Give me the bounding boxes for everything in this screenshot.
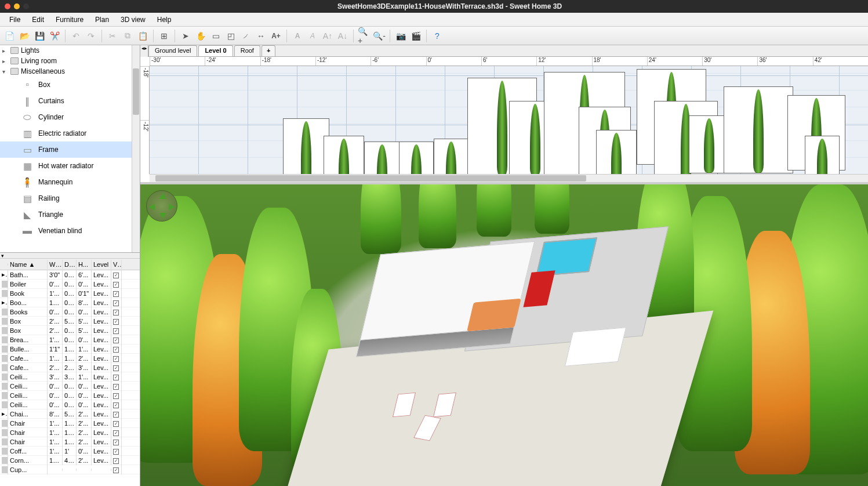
pan-tool-icon[interactable]: ✋	[194, 29, 208, 43]
furniture-row[interactable]: Boiler0'...0'...0'...Lev...✓	[0, 280, 140, 289]
col-name[interactable]: Name ▲	[8, 260, 48, 269]
plan-tree-object[interactable]	[399, 142, 434, 174]
plan-tree-object[interactable]	[724, 86, 793, 173]
catalog-item-railing[interactable]: ▤Railing	[0, 190, 140, 206]
furniture-row[interactable]: Books0'...0'...0'...Lev...✓	[0, 307, 140, 317]
undo-icon[interactable]: ↶	[69, 29, 83, 43]
catalog-item-triangle[interactable]: ◣Triangle	[0, 206, 140, 223]
furniture-row[interactable]: ▸Boo...13...0'...8'...Lev...✓	[0, 298, 140, 307]
nav-left-icon[interactable]	[149, 204, 155, 211]
plan-canvas[interactable]	[150, 66, 868, 174]
col-width[interactable]: Wi...	[48, 260, 63, 269]
create-walls-icon[interactable]: ▭	[209, 29, 223, 43]
menu-3dview[interactable]: 3D view	[115, 16, 151, 24]
nav-right-icon[interactable]	[169, 204, 175, 211]
text-bold-icon[interactable]: A	[290, 29, 304, 43]
visibility-checkbox[interactable]: ✓	[113, 421, 119, 427]
furniture-list-header[interactable]: Name ▲ Wi... D... H... Level Vi...	[0, 259, 140, 270]
menu-edit[interactable]: Edit	[26, 16, 50, 24]
cut-icon[interactable]: ✂	[106, 29, 119, 43]
zoom-out-icon[interactable]: 🔍-	[372, 29, 386, 43]
save-file-icon[interactable]: 💾	[32, 29, 46, 43]
3d-navigation-pad[interactable]	[146, 190, 177, 222]
tab-level-0[interactable]: Level 0	[198, 45, 233, 56]
select-tool-icon[interactable]: ➤	[179, 29, 193, 43]
visibility-checkbox[interactable]: ✓	[113, 458, 119, 464]
plan-tree-object[interactable]	[283, 118, 329, 174]
create-rooms-icon[interactable]: ◰	[224, 29, 238, 43]
visibility-checkbox[interactable]: ✓	[113, 402, 119, 408]
plan-tree-object[interactable]	[324, 136, 364, 174]
help-icon[interactable]: ?	[430, 29, 444, 43]
furniture-row[interactable]: ▸Bath...3'0"0'...6'...Lev...✓	[0, 270, 140, 280]
catalog-item-curtains[interactable]: ‖Curtains	[0, 93, 140, 109]
furniture-row[interactable]: Chair1'...1'...2'...Lev...✓	[0, 428, 140, 437]
paste-icon[interactable]: 📋	[136, 29, 150, 43]
furniture-row[interactable]: Brea...1'...0'...0'...Lev...✓	[0, 335, 140, 344]
visibility-checkbox[interactable]: ✓	[113, 365, 119, 371]
plan-collapse-icon[interactable]: ◂▸	[140, 45, 148, 57]
visibility-checkbox[interactable]: ✓	[113, 356, 119, 362]
furniture-row[interactable]: Chair1'...1'...2'...Lev...✓	[0, 419, 140, 428]
expand-icon[interactable]: ▸	[2, 48, 8, 54]
visibility-checkbox[interactable]: ✓	[113, 449, 119, 455]
copy-icon[interactable]: ⧉	[121, 29, 135, 43]
catalog-item-hot-water-radiator[interactable]: ▦Hot water radiator	[0, 158, 140, 174]
furniture-row[interactable]: Cafe...2'...2'...3'...Lev...✓	[0, 363, 140, 372]
catalog-folder[interactable]: ▸Lights	[0, 45, 140, 56]
catalog-item-cylinder[interactable]: ⬭Cylinder	[0, 109, 140, 125]
catalog-item-venetian-blind[interactable]: ▬Venetian blind	[0, 223, 140, 239]
visibility-checkbox[interactable]: ✓	[113, 300, 119, 306]
tab-roof[interactable]: Roof	[234, 45, 260, 56]
create-polyline-icon[interactable]: ⟋	[239, 29, 253, 43]
visibility-checkbox[interactable]: ✓	[113, 347, 119, 353]
visibility-checkbox[interactable]: ✓	[113, 291, 119, 297]
window-controls[interactable]	[5, 3, 29, 9]
furniture-row[interactable]: Cup...✓	[0, 465, 140, 474]
furniture-row[interactable]: Ceili...0'...0'...0'...Lev...✓	[0, 400, 140, 409]
col-visible[interactable]: Vi...	[111, 260, 122, 269]
menu-help[interactable]: Help	[151, 16, 177, 24]
catalog-folder[interactable]: ▾Miscellaneous	[0, 66, 140, 77]
create-video-icon[interactable]: 🎬	[409, 29, 423, 43]
add-furniture-icon[interactable]: ⊞	[157, 29, 171, 43]
visibility-checkbox[interactable]: ✓	[113, 393, 119, 399]
create-text-icon[interactable]: A+	[269, 29, 283, 43]
expand-icon[interactable]: ▸	[2, 58, 8, 64]
new-file-icon[interactable]: 📄	[2, 29, 16, 43]
plan-tree-object[interactable]	[364, 142, 400, 174]
catalog-item-frame[interactable]: ▭Frame	[0, 142, 140, 158]
catalog-item-box[interactable]: ▫Box	[0, 77, 140, 93]
furniture-row[interactable]: Bulle...1'1"1'...1'...Lev...✓	[0, 344, 140, 354]
furniture-catalog[interactable]: ▸Lights▸Living room▾Miscellaneous▫Box‖Cu…	[0, 45, 140, 253]
catalog-item-electric-radiator[interactable]: ▥Electric radiator	[0, 125, 140, 142]
zoom-in-icon[interactable]: 🔍+	[357, 29, 371, 43]
nav-up-icon[interactable]	[159, 193, 166, 199]
furniture-row[interactable]: Box2'...0'...5'...Lev...✓	[0, 326, 140, 335]
visibility-checkbox[interactable]: ✓	[113, 273, 119, 278]
create-dimensions-icon[interactable]: ↔	[254, 29, 268, 43]
furniture-row[interactable]: Coff...1'...1'0'...Lev...✓	[0, 447, 140, 456]
menu-furniture[interactable]: Furniture	[50, 16, 89, 24]
plan-tree-object[interactable]	[434, 139, 468, 174]
visibility-checkbox[interactable]: ✓	[113, 338, 119, 343]
add-level-button[interactable]: +	[262, 45, 275, 56]
col-height[interactable]: H...	[77, 260, 92, 269]
collapse-icon[interactable]: ▾	[2, 68, 8, 75]
furniture-row[interactable]: Book1'...0'...0'1"Lev...✓	[0, 289, 140, 298]
plan-tree-object[interactable]	[805, 136, 840, 174]
furniture-row[interactable]: ▸Chai...8'...5'...2'...Lev...✓	[0, 409, 140, 419]
visibility-checkbox[interactable]: ✓	[113, 430, 119, 436]
visibility-checkbox[interactable]: ✓	[113, 328, 119, 334]
furniture-row[interactable]: Corn...10...4'...2'...Lev...✓	[0, 456, 140, 465]
catalog-folder[interactable]: ▸Living room	[0, 56, 140, 66]
furniture-list-body[interactable]: ▸Bath...3'0"0'...6'...Lev...✓Boiler0'...…	[0, 270, 140, 486]
menu-plan[interactable]: Plan	[89, 16, 115, 24]
visibility-checkbox[interactable]: ✓	[113, 467, 119, 473]
furniture-row[interactable]: Cafe...1'...1'...2'...Lev...✓	[0, 354, 140, 363]
visibility-checkbox[interactable]: ✓	[113, 310, 119, 315]
text-larger-icon[interactable]: A↑	[321, 29, 335, 43]
visibility-checkbox[interactable]: ✓	[113, 440, 119, 445]
visibility-checkbox[interactable]: ✓	[113, 384, 119, 390]
redo-icon[interactable]: ↷	[84, 29, 98, 43]
